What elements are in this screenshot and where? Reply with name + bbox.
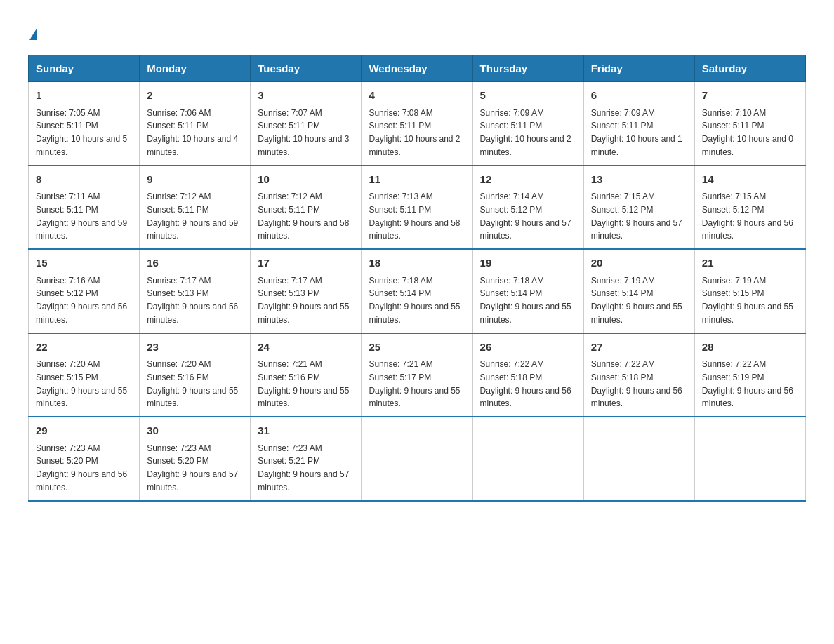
day-info: Sunrise: 7:20 AMSunset: 5:16 PMDaylight:… xyxy=(147,359,238,408)
calendar-cell: 25Sunrise: 7:21 AMSunset: 5:17 PMDayligh… xyxy=(362,333,472,417)
calendar-cell: 24Sunrise: 7:21 AMSunset: 5:16 PMDayligh… xyxy=(251,333,362,417)
day-info: Sunrise: 7:14 AMSunset: 5:12 PMDaylight:… xyxy=(480,192,571,241)
calendar-cell: 27Sunrise: 7:22 AMSunset: 5:18 PMDayligh… xyxy=(583,333,694,417)
calendar-cell xyxy=(694,417,805,501)
day-info: Sunrise: 7:18 AMSunset: 5:14 PMDaylight:… xyxy=(369,276,460,325)
day-info: Sunrise: 7:19 AMSunset: 5:15 PMDaylight:… xyxy=(702,276,793,325)
day-info: Sunrise: 7:08 AMSunset: 5:11 PMDaylight:… xyxy=(369,108,460,157)
calendar-header-row: SundayMondayTuesdayWednesdayThursdayFrid… xyxy=(29,55,806,82)
day-number: 2 xyxy=(147,88,243,104)
day-number: 21 xyxy=(702,255,798,271)
day-number: 29 xyxy=(36,423,132,439)
calendar-cell: 22Sunrise: 7:20 AMSunset: 5:15 PMDayligh… xyxy=(29,333,140,417)
calendar-cell xyxy=(583,417,694,501)
day-info: Sunrise: 7:07 AMSunset: 5:11 PMDaylight:… xyxy=(258,108,349,157)
day-info: Sunrise: 7:09 AMSunset: 5:11 PMDaylight:… xyxy=(591,108,682,157)
day-number: 23 xyxy=(147,340,243,356)
day-number: 1 xyxy=(36,88,132,104)
day-info: Sunrise: 7:12 AMSunset: 5:11 PMDaylight:… xyxy=(147,192,238,241)
day-number: 22 xyxy=(36,340,132,356)
day-number: 3 xyxy=(258,88,354,104)
day-number: 12 xyxy=(480,172,576,188)
day-info: Sunrise: 7:15 AMSunset: 5:12 PMDaylight:… xyxy=(702,192,793,241)
day-info: Sunrise: 7:20 AMSunset: 5:15 PMDaylight:… xyxy=(36,359,127,408)
day-number: 14 xyxy=(702,172,798,188)
day-info: Sunrise: 7:21 AMSunset: 5:17 PMDaylight:… xyxy=(369,359,460,408)
day-number: 6 xyxy=(591,88,687,104)
week-row-1: 1Sunrise: 7:05 AMSunset: 5:11 PMDaylight… xyxy=(29,82,806,166)
day-number: 7 xyxy=(702,88,798,104)
calendar-cell xyxy=(362,417,472,501)
day-info: Sunrise: 7:22 AMSunset: 5:19 PMDaylight:… xyxy=(702,359,793,408)
day-info: Sunrise: 7:19 AMSunset: 5:14 PMDaylight:… xyxy=(591,276,682,325)
day-number: 18 xyxy=(369,255,465,271)
day-info: Sunrise: 7:06 AMSunset: 5:11 PMDaylight:… xyxy=(147,108,238,157)
day-number: 4 xyxy=(369,88,465,104)
logo xyxy=(28,21,37,41)
calendar-cell: 3Sunrise: 7:07 AMSunset: 5:11 PMDaylight… xyxy=(251,82,362,166)
calendar-cell: 31Sunrise: 7:23 AMSunset: 5:21 PMDayligh… xyxy=(251,417,362,501)
day-info: Sunrise: 7:21 AMSunset: 5:16 PMDaylight:… xyxy=(258,359,349,408)
calendar-cell: 17Sunrise: 7:17 AMSunset: 5:13 PMDayligh… xyxy=(251,249,362,333)
header-thursday: Thursday xyxy=(472,55,583,82)
header-saturday: Saturday xyxy=(694,55,805,82)
week-row-4: 22Sunrise: 7:20 AMSunset: 5:15 PMDayligh… xyxy=(29,333,806,417)
day-info: Sunrise: 7:10 AMSunset: 5:11 PMDaylight:… xyxy=(702,108,793,157)
week-row-3: 15Sunrise: 7:16 AMSunset: 5:12 PMDayligh… xyxy=(29,249,806,333)
calendar-cell: 2Sunrise: 7:06 AMSunset: 5:11 PMDaylight… xyxy=(140,82,251,166)
page-header xyxy=(28,21,806,41)
day-info: Sunrise: 7:05 AMSunset: 5:11 PMDaylight:… xyxy=(36,108,127,157)
header-monday: Monday xyxy=(140,55,251,82)
calendar-cell: 21Sunrise: 7:19 AMSunset: 5:15 PMDayligh… xyxy=(694,249,805,333)
day-number: 27 xyxy=(591,340,687,356)
calendar-cell: 18Sunrise: 7:18 AMSunset: 5:14 PMDayligh… xyxy=(362,249,472,333)
calendar-cell: 20Sunrise: 7:19 AMSunset: 5:14 PMDayligh… xyxy=(583,249,694,333)
day-number: 9 xyxy=(147,172,243,188)
calendar-cell: 6Sunrise: 7:09 AMSunset: 5:11 PMDaylight… xyxy=(583,82,694,166)
calendar-cell: 11Sunrise: 7:13 AMSunset: 5:11 PMDayligh… xyxy=(362,166,472,250)
day-number: 10 xyxy=(258,172,354,188)
day-number: 26 xyxy=(480,340,576,356)
logo-triangle-icon xyxy=(29,29,37,40)
day-info: Sunrise: 7:18 AMSunset: 5:14 PMDaylight:… xyxy=(480,276,571,325)
calendar-cell: 19Sunrise: 7:18 AMSunset: 5:14 PMDayligh… xyxy=(472,249,583,333)
day-info: Sunrise: 7:12 AMSunset: 5:11 PMDaylight:… xyxy=(258,192,349,241)
calendar-cell: 29Sunrise: 7:23 AMSunset: 5:20 PMDayligh… xyxy=(29,417,140,501)
day-info: Sunrise: 7:16 AMSunset: 5:12 PMDaylight:… xyxy=(36,276,127,325)
day-number: 28 xyxy=(702,340,798,356)
day-number: 20 xyxy=(591,255,687,271)
day-info: Sunrise: 7:11 AMSunset: 5:11 PMDaylight:… xyxy=(36,192,127,241)
day-info: Sunrise: 7:23 AMSunset: 5:20 PMDaylight:… xyxy=(147,443,238,492)
calendar-cell: 12Sunrise: 7:14 AMSunset: 5:12 PMDayligh… xyxy=(472,166,583,250)
calendar-cell: 8Sunrise: 7:11 AMSunset: 5:11 PMDaylight… xyxy=(29,166,140,250)
calendar-cell: 26Sunrise: 7:22 AMSunset: 5:18 PMDayligh… xyxy=(472,333,583,417)
calendar-cell: 30Sunrise: 7:23 AMSunset: 5:20 PMDayligh… xyxy=(140,417,251,501)
calendar-cell: 10Sunrise: 7:12 AMSunset: 5:11 PMDayligh… xyxy=(251,166,362,250)
calendar-table: SundayMondayTuesdayWednesdayThursdayFrid… xyxy=(28,55,806,502)
calendar-cell: 15Sunrise: 7:16 AMSunset: 5:12 PMDayligh… xyxy=(29,249,140,333)
day-info: Sunrise: 7:22 AMSunset: 5:18 PMDaylight:… xyxy=(480,359,571,408)
day-number: 8 xyxy=(36,172,132,188)
day-number: 11 xyxy=(369,172,465,188)
day-number: 13 xyxy=(591,172,687,188)
day-number: 30 xyxy=(147,423,243,439)
calendar-cell: 7Sunrise: 7:10 AMSunset: 5:11 PMDaylight… xyxy=(694,82,805,166)
logo-general-line xyxy=(28,21,37,41)
calendar-cell: 23Sunrise: 7:20 AMSunset: 5:16 PMDayligh… xyxy=(140,333,251,417)
day-number: 16 xyxy=(147,255,243,271)
header-friday: Friday xyxy=(583,55,694,82)
calendar-cell: 9Sunrise: 7:12 AMSunset: 5:11 PMDaylight… xyxy=(140,166,251,250)
calendar-cell: 16Sunrise: 7:17 AMSunset: 5:13 PMDayligh… xyxy=(140,249,251,333)
day-number: 17 xyxy=(258,255,354,271)
week-row-5: 29Sunrise: 7:23 AMSunset: 5:20 PMDayligh… xyxy=(29,417,806,501)
header-sunday: Sunday xyxy=(29,55,140,82)
day-number: 25 xyxy=(369,340,465,356)
calendar-cell: 28Sunrise: 7:22 AMSunset: 5:19 PMDayligh… xyxy=(694,333,805,417)
calendar-cell: 4Sunrise: 7:08 AMSunset: 5:11 PMDaylight… xyxy=(362,82,472,166)
calendar-cell: 14Sunrise: 7:15 AMSunset: 5:12 PMDayligh… xyxy=(694,166,805,250)
day-info: Sunrise: 7:22 AMSunset: 5:18 PMDaylight:… xyxy=(591,359,682,408)
day-number: 24 xyxy=(258,340,354,356)
calendar-cell: 5Sunrise: 7:09 AMSunset: 5:11 PMDaylight… xyxy=(472,82,583,166)
header-wednesday: Wednesday xyxy=(362,55,472,82)
week-row-2: 8Sunrise: 7:11 AMSunset: 5:11 PMDaylight… xyxy=(29,166,806,250)
